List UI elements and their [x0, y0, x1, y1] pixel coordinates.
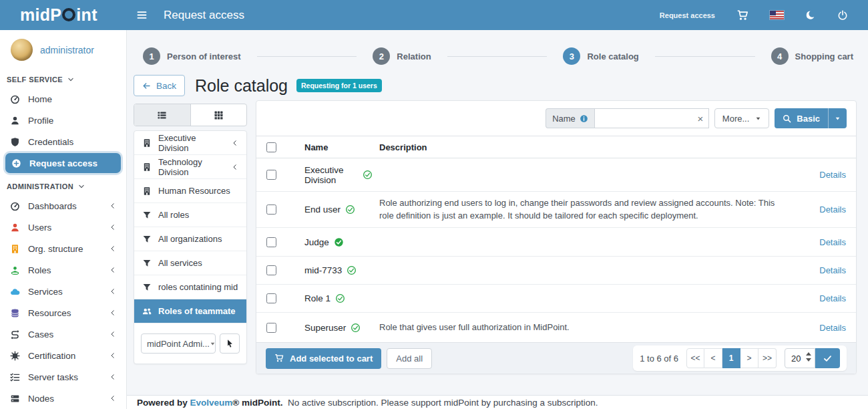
plus-circle-icon: [11, 158, 21, 168]
username-link[interactable]: administrator: [40, 45, 94, 55]
chevron-left-icon: [110, 245, 116, 252]
sidebar-item-nodes[interactable]: Nodes: [0, 388, 126, 409]
chevron-left-icon: [110, 374, 116, 380]
details-link[interactable]: Details: [793, 265, 846, 275]
list-view-icon: [157, 110, 167, 120]
caret-down-icon: [755, 116, 761, 122]
apply-page-size-button[interactable]: [815, 348, 840, 368]
table-body: Executive Division Details End user Role…: [256, 158, 856, 342]
caret-down-icon: [835, 116, 841, 122]
wizard-step-shopping-cart[interactable]: 4 Shopping cart: [771, 47, 853, 65]
column-header-description: Description: [379, 142, 793, 152]
filter-icon: [142, 211, 152, 220]
column-header-name: Name: [304, 142, 379, 152]
tree-item-all-services[interactable]: All services: [134, 251, 246, 275]
building-icon: [142, 186, 152, 196]
row-checkbox[interactable]: [266, 323, 276, 333]
table-footer: Add selected to cart Add all 1 to 6 of 6…: [256, 342, 856, 374]
chevron-down-icon: [67, 76, 74, 83]
chevron-left-icon: [110, 288, 116, 295]
sidebar-item-org-structure[interactable]: Org. structure: [0, 238, 126, 259]
row-checkbox[interactable]: [266, 204, 276, 215]
details-link[interactable]: Details: [793, 293, 846, 303]
sidebar-item-cases[interactable]: Cases: [0, 323, 126, 345]
sidebar-item-certification[interactable]: Certification: [0, 345, 126, 366]
sidebar-section-self-service[interactable]: SELF SERVICE: [0, 67, 126, 88]
last-page-button[interactable]: >>: [758, 348, 777, 368]
step-connector: [447, 56, 548, 57]
user-icon: [10, 223, 20, 233]
clear-search-button[interactable]: ×: [692, 113, 708, 124]
sidebar-section-administration[interactable]: ADMINISTRATION: [0, 174, 126, 195]
sidebar-item-roles[interactable]: Roles: [0, 259, 126, 281]
sidebar-item-server-tasks[interactable]: Server tasks: [0, 366, 126, 388]
chevron-left-icon: [110, 267, 116, 273]
spinner-down-icon[interactable]: [806, 358, 811, 362]
sidebar-item-home[interactable]: Home: [0, 88, 126, 110]
page-title: Role catalog: [195, 76, 288, 96]
wizard-steps: 1 Person of interest 2 Relation 3 Role c…: [143, 47, 853, 65]
row-checkbox[interactable]: [266, 170, 276, 180]
spinner-up-icon[interactable]: [806, 352, 811, 356]
subscription-note: No active subscription. Please support m…: [288, 398, 598, 408]
name-search-label: Name: [546, 108, 594, 128]
list-view-toggle[interactable]: [134, 104, 190, 126]
next-page-button[interactable]: >: [740, 348, 758, 368]
search-mode-caret[interactable]: [828, 108, 847, 128]
sidebar-item-users[interactable]: Users: [0, 217, 126, 238]
name-search-input[interactable]: [595, 109, 692, 128]
details-link[interactable]: Details: [793, 204, 846, 215]
check-circle-solid-icon: [334, 237, 344, 247]
row-checkbox[interactable]: [266, 293, 276, 303]
tree-item-technology-division[interactable]: Technology Division: [134, 155, 246, 179]
basic-search-button[interactable]: Basic: [775, 108, 847, 128]
tree-item-all-organizations[interactable]: All organizations: [134, 227, 246, 251]
previous-page-button[interactable]: <: [704, 348, 722, 368]
tree-item-executive-division[interactable]: Executive Division: [134, 131, 246, 155]
hamburger-menu-icon[interactable]: [136, 9, 148, 21]
back-button[interactable]: Back: [134, 75, 185, 96]
row-checkbox[interactable]: [266, 237, 276, 247]
tree-item-all-roles[interactable]: All roles: [134, 203, 246, 227]
check-circle-outline-icon: [345, 204, 355, 215]
page-size-input[interactable]: 20: [785, 348, 815, 368]
details-link[interactable]: Details: [793, 323, 846, 333]
server-icon: [10, 394, 20, 404]
page-1-button[interactable]: 1: [722, 348, 740, 368]
add-selected-to-cart-button[interactable]: Add selected to cart: [266, 348, 381, 369]
row-checkbox[interactable]: [266, 265, 276, 275]
add-all-button[interactable]: Add all: [387, 348, 432, 369]
tree-item-roles-of-teammate[interactable]: Roles of teammate: [134, 299, 246, 323]
sidebar-item-services[interactable]: Services: [0, 281, 126, 302]
grid-view-toggle[interactable]: [190, 104, 247, 126]
sidebar-item-dashboards[interactable]: Dashboards: [0, 195, 126, 217]
grid-view-icon: [214, 110, 224, 120]
teammate-select[interactable]: midPoint Admi...: [141, 333, 216, 354]
building-icon: [142, 138, 152, 148]
tree-item-human-resources[interactable]: Human Resources: [134, 179, 246, 203]
select-all-checkbox[interactable]: [266, 142, 276, 152]
wizard-step-person-of-interest[interactable]: 1 Person of interest: [143, 47, 241, 65]
avatar: [11, 39, 33, 61]
first-page-button[interactable]: <<: [686, 348, 704, 368]
mouse-pointer-icon: [225, 339, 234, 348]
more-filters-button[interactable]: More...: [714, 108, 769, 128]
sidebar-item-profile[interactable]: Profile: [0, 110, 126, 131]
cart-icon[interactable]: [736, 9, 748, 21]
evolveum-link[interactable]: Evolveum: [190, 398, 233, 408]
select-user-button[interactable]: [220, 333, 240, 354]
sidebar-item-credentials[interactable]: Credentials: [0, 131, 126, 152]
name-search-group: Name ×: [546, 108, 709, 128]
sidebar-item-resources[interactable]: Resources: [0, 302, 126, 323]
wizard-step-role-catalog[interactable]: 3 Role catalog: [563, 47, 638, 65]
details-link[interactable]: Details: [793, 237, 846, 247]
tree-item-roles-containing-mid[interactable]: roles contatining mid: [134, 275, 246, 299]
midpoint-logo[interactable]: midPint: [0, 5, 127, 25]
details-link[interactable]: Details: [793, 170, 846, 180]
wizard-step-relation[interactable]: 2 Relation: [373, 47, 431, 65]
logout-power-icon[interactable]: [837, 10, 848, 21]
active-page-shortcut[interactable]: Request access: [660, 11, 715, 19]
dark-mode-moon-icon[interactable]: [805, 10, 816, 21]
sidebar-item-request-access[interactable]: Request access: [5, 153, 121, 173]
us-flag-icon[interactable]: [770, 11, 784, 19]
